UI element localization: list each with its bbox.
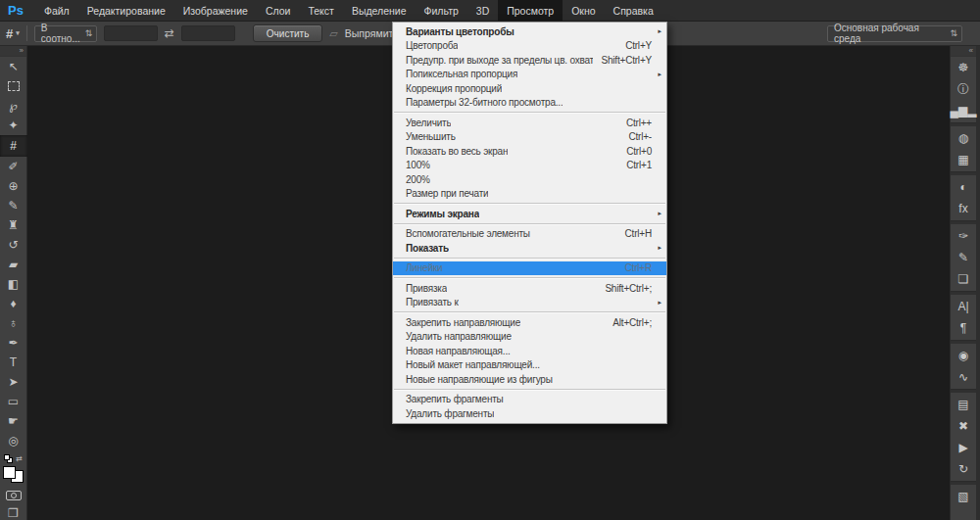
view-menu-item[interactable]: Закрепить фрагменты (393, 393, 666, 407)
view-menu-item[interactable]: УменьшитьCtrl+- (393, 130, 666, 145)
adjustments-wheel-icon[interactable]: ☸ (951, 57, 976, 78)
dodge-tool[interactable]: ♁ (1, 313, 26, 333)
menubar-item-active[interactable]: Просмотр (498, 0, 563, 21)
quick-selection-tool[interactable]: ✦ (1, 116, 26, 135)
view-menu-item[interactable]: Режимы экрана► (393, 207, 666, 221)
view-menu-item[interactable]: УвеличитьCtrl++ (393, 116, 666, 130)
menu-item-label: Размер при печати (406, 188, 488, 199)
screen-mode-button[interactable]: ❐ (8, 506, 19, 520)
clone-stamp-tool[interactable]: ♜ (1, 215, 26, 235)
type-tool[interactable]: T (1, 353, 26, 372)
view-menu-item[interactable]: 200% (393, 172, 666, 187)
view-menu-item[interactable]: ЦветопробаCtrl+Y (393, 39, 666, 54)
view-menu-item[interactable]: Параметры 32-битного просмотра... (393, 96, 666, 111)
workspace-selector[interactable]: Основная рабочая среда ⇅ (827, 25, 962, 42)
zoom-tool[interactable]: ◎ (1, 431, 26, 450)
eyedropper-tool[interactable]: ✐ (1, 157, 26, 176)
view-menu-item-highlighted[interactable]: ЛинейкиCtrl+R (393, 261, 666, 276)
view-menu-item[interactable]: Коррекция пропорций (393, 81, 666, 96)
straighten-icon[interactable]: ▱ (329, 27, 337, 40)
swap-dimensions-icon[interactable]: ⇄ (165, 26, 174, 40)
eraser-tool[interactable]: ▰ (1, 255, 26, 274)
view-menu-item[interactable]: Привязать к► (393, 296, 666, 310)
brush-tool[interactable]: ✎ (1, 196, 26, 215)
rectangular-marquee-tool[interactable] (1, 76, 26, 96)
pen-tool[interactable]: ✒ (1, 333, 26, 353)
view-menu-item[interactable]: Новые направляющие из фигуры (393, 372, 666, 387)
hand-tool[interactable]: ☛ (1, 411, 26, 431)
toolbar-collapse-icon[interactable]: » (0, 46, 26, 57)
layer-comps-panel-icon[interactable]: ▤ (951, 394, 976, 415)
history-brush-tool[interactable]: ↺ (1, 235, 26, 255)
view-menu-item[interactable]: Предупр. при выходе за пределы цв. охват… (393, 53, 666, 68)
brush-settings-panel-icon[interactable]: ✑ (951, 225, 976, 247)
menubar-item[interactable]: Редактирование (78, 0, 174, 21)
paragraph-panel-icon[interactable]: ¶ (951, 317, 976, 339)
menu-item-label: Показать во весь экран (406, 146, 508, 157)
quick-mask-button[interactable] (6, 491, 22, 500)
menubar-item[interactable]: Фильтр (416, 0, 467, 21)
info-panel-icon[interactable]: ⓘ (951, 78, 976, 100)
default-colors-icon[interactable] (4, 454, 13, 463)
view-menu-item[interactable]: Варианты цветопробы► (393, 24, 666, 39)
history-panel-icon[interactable]: ↻ (951, 458, 976, 480)
view-menu-item[interactable]: 100%Ctrl+1 (393, 159, 666, 173)
view-menu-item[interactable]: Вспомогательные элементыCtrl+H (393, 227, 666, 242)
color-panel-icon[interactable]: ◍ (951, 127, 976, 149)
view-menu-item[interactable]: ПривязкаShift+Ctrl+; (393, 281, 666, 296)
actions-panel-icon[interactable]: ▶ (951, 437, 976, 458)
character-panel-icon[interactable]: A| (951, 296, 976, 317)
crop-tool-preset-button[interactable]: # ▾ (6, 26, 20, 41)
menu-separator (394, 311, 665, 313)
menubar-item[interactable]: Выделение (343, 0, 416, 21)
panel-group-separator (951, 481, 976, 485)
view-menu-item[interactable]: Удалить направляющие (393, 330, 666, 345)
paths-panel-icon[interactable]: ∿ (951, 366, 976, 388)
view-menu-item[interactable]: Показать во весь экранCtrl+0 (393, 144, 666, 159)
clone-source-panel-icon[interactable]: ❏ (951, 268, 976, 290)
histogram-panel-icon[interactable]: ▄▆▂ (951, 100, 976, 121)
menubar-item[interactable]: Файл (35, 0, 78, 21)
panel-group-separator (951, 122, 976, 126)
menubar-item[interactable]: Изображение (174, 0, 257, 21)
view-menu-item[interactable]: Размер при печати (393, 187, 666, 202)
shape-tool[interactable]: ▭ (1, 392, 26, 411)
straighten-label[interactable]: Выпрямить (345, 27, 399, 39)
crop-width-input[interactable] (104, 25, 158, 41)
menubar-item[interactable]: Слои (257, 0, 300, 21)
view-menu-item[interactable]: Попиксельная пропорция► (393, 68, 666, 82)
blur-tool[interactable]: ♦ (1, 294, 26, 313)
menubar-item[interactable]: Окно (563, 0, 604, 21)
lasso-tool[interactable]: ℘ (1, 96, 26, 116)
brush-presets-panel-icon[interactable]: ✎ (951, 247, 976, 268)
swap-colors-icon[interactable]: ⇄ (16, 454, 23, 463)
foreground-color-swatch[interactable] (3, 466, 16, 479)
crop-tool[interactable]: # (0, 135, 27, 157)
clear-button[interactable]: Очистить (253, 24, 323, 42)
menu-item-label: Варианты цветопробы (406, 26, 514, 37)
view-menu-item[interactable]: Удалить фрагменты (393, 406, 666, 421)
crop-height-input[interactable] (181, 25, 235, 41)
panel-dock: « ☸ⓘ▄▆▂◍▦◐fx✑✎❏A|¶◉∿▤✖▶↻▧ (950, 46, 980, 520)
crop-ratio-value: В соотно... (41, 23, 80, 44)
healing-brush-tool[interactable]: ⊕ (1, 176, 26, 196)
crop-ratio-dropdown[interactable]: В соотно... ⇅ (34, 25, 97, 42)
3d-panel-icon[interactable]: ◉ (951, 345, 976, 366)
menubar-item[interactable]: 3D (467, 0, 498, 21)
menubar-item[interactable]: Текст (299, 0, 342, 21)
adjustments-panel-icon[interactable]: ◐ (951, 176, 976, 198)
path-selection-tool[interactable]: ➤ (1, 372, 26, 392)
view-menu-item[interactable]: Показать► (393, 241, 666, 256)
3d-scene-panel-icon[interactable]: ▧ (951, 486, 976, 507)
menubar-item[interactable]: Справка (605, 0, 662, 21)
swatches-panel-icon[interactable]: ▦ (951, 149, 976, 170)
styles-panel-icon[interactable]: fx (951, 198, 976, 219)
panel-group-separator (951, 389, 976, 393)
tool-presets-panel-icon[interactable]: ✖ (951, 415, 976, 437)
gradient-tool[interactable]: ◧ (1, 274, 26, 294)
view-menu-item[interactable]: Новый макет направляющей... (393, 358, 666, 373)
dock-expand-icon[interactable]: « (951, 46, 976, 57)
view-menu-item[interactable]: Новая направляющая... (393, 344, 666, 358)
move-tool[interactable]: ↖ (1, 57, 26, 76)
view-menu-item[interactable]: Закрепить направляющиеAlt+Ctrl+; (393, 315, 666, 330)
